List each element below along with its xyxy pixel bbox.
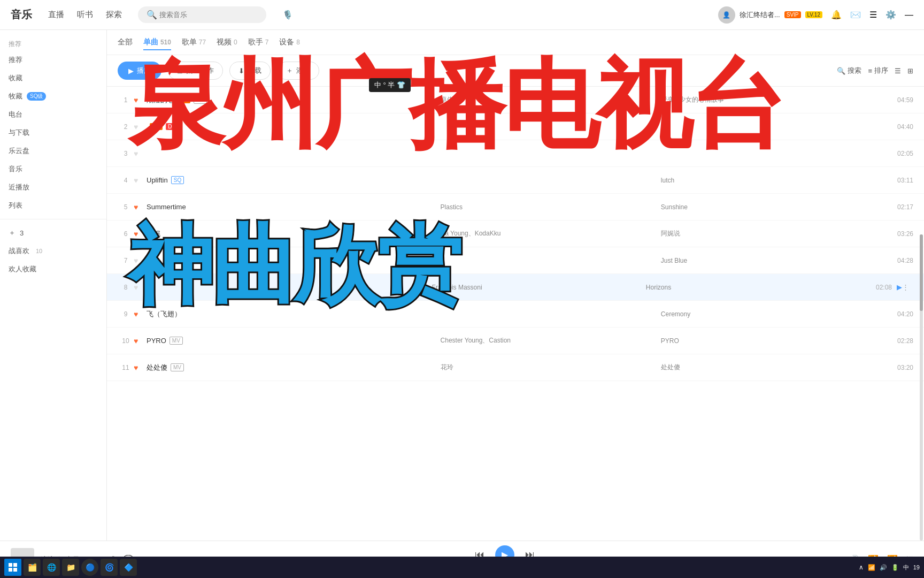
song-number: 8 xyxy=(118,284,134,291)
add-button[interactable]: ＋ 添加 xyxy=(277,62,319,80)
sidebar-item-war-likes[interactable]: 战喜欢10 xyxy=(0,242,106,260)
taskbar-lang[interactable]: 中 xyxy=(903,564,909,572)
taskbar-app-2[interactable]: 🌐 xyxy=(43,559,60,576)
subnav-artist[interactable]: 歌手 7 xyxy=(248,35,269,49)
song-number: 3 xyxy=(118,150,134,157)
sidebar-label: 欢人收藏 xyxy=(9,264,36,274)
play-action-icon[interactable]: ▶ xyxy=(897,283,902,291)
view-grid-button[interactable]: ⊞ xyxy=(907,67,913,75)
table-row[interactable]: 7 ♥ Just Blue 04:28 xyxy=(107,247,924,274)
table-row[interactable]: 6 ♥ 阿娓 Da Young、KodaKku 阿娓说 03:26 xyxy=(107,220,924,247)
like-icon[interactable]: ♥ xyxy=(134,96,147,104)
like-icon[interactable]: ♥ xyxy=(134,203,147,211)
more-icon[interactable]: ⋮ xyxy=(902,283,909,291)
table-row[interactable]: 8 ♥ François Massoni Horizons 02:08 ▶ ⋮ xyxy=(107,274,924,301)
like-icon[interactable]: ♥ xyxy=(134,337,147,345)
subnav-all[interactable]: 全部 xyxy=(118,35,133,49)
duration-cell: 02:17 xyxy=(881,203,913,211)
taskbar-app-5[interactable]: 🌀 xyxy=(101,559,118,576)
mv-tag: MV xyxy=(170,337,183,345)
subnav-single[interactable]: 单曲 510 xyxy=(143,35,171,49)
duration-cell: 03:26 xyxy=(881,230,913,238)
scrollbar[interactable] xyxy=(920,234,923,541)
like-icon[interactable]: ♥ xyxy=(134,363,147,372)
sidebar-item-recent[interactable]: 近播放 xyxy=(0,178,106,196)
view-list-button[interactable]: ☰ xyxy=(895,67,901,75)
start-button[interactable] xyxy=(4,559,21,576)
sidebar-label: 音乐 xyxy=(9,164,22,174)
duration-cell: 04:40 xyxy=(881,123,913,131)
like-icon[interactable]: ♥ xyxy=(134,149,147,158)
sidebar-item-favorites[interactable]: 收藏 xyxy=(0,69,106,87)
sidebar-item-music[interactable]: 音乐 xyxy=(0,160,106,178)
sidebar-item-recommend[interactable]: 推荐 xyxy=(0,51,106,69)
taskbar: 🗂️ 🌐 📁 🔵 🌀 🔷 ∧ 📶 🔊 🔋 中 19 xyxy=(0,557,924,578)
taskbar-app-4[interactable]: 🔵 xyxy=(81,559,98,576)
taskbar-network-icon[interactable]: 📶 xyxy=(868,564,875,571)
table-row[interactable]: 2 ♥ VIP D 04:40 xyxy=(107,113,924,140)
search-bar[interactable]: 🔍 xyxy=(138,6,266,23)
song-number: 6 xyxy=(118,230,134,238)
taskbar-battery-icon[interactable]: 🔋 xyxy=(891,564,899,571)
close-icon[interactable]: — xyxy=(905,10,913,20)
like-icon[interactable]: ♥ xyxy=(134,230,147,238)
sidebar-item-pastoral[interactable]: 牧藏SQ级 xyxy=(0,87,106,105)
table-row[interactable]: 10 ♥ PYRO MV Chester Young、Castion PYRO … xyxy=(107,328,924,354)
table-row[interactable]: 9 ♥ 飞（飞翅） Ceremony 04:20 xyxy=(107,301,924,328)
play-button[interactable]: ▶ 播放 xyxy=(118,62,161,80)
subnav-video[interactable]: 视频 0 xyxy=(217,35,237,49)
table-row[interactable]: 5 ♥ Summertime Plastics Sunshine 02:17 xyxy=(107,194,924,220)
table-row[interactable]: 1 ♥ 潮湿的心 VIP MV 卓依婷 蜕变1·少女的心情故事 04:59 xyxy=(107,87,924,113)
artist-cell: 卓依婷 xyxy=(441,95,661,104)
like-icon[interactable]: ♥ xyxy=(134,310,147,318)
taskbar-time: 19 xyxy=(913,564,920,571)
nav-audiobook[interactable]: 听书 xyxy=(77,10,93,20)
taskbar-volume-icon[interactable]: 🔊 xyxy=(880,564,887,571)
search-songs-button[interactable]: 🔍 搜索 xyxy=(837,66,861,75)
taskbar-app-6[interactable]: 🔷 xyxy=(120,559,137,576)
table-row[interactable]: 3 ♥ 02:05 xyxy=(107,140,924,167)
table-row[interactable]: 4 ♥ Upliftin SQ lutch 03:11 xyxy=(107,167,924,194)
search-input[interactable] xyxy=(159,11,258,19)
dg-tag: D xyxy=(166,123,174,130)
sidebar-label: 牧藏 xyxy=(9,92,22,101)
nav-explore[interactable]: 探索 xyxy=(106,10,122,20)
download-button[interactable]: ⬇ 下载 xyxy=(229,62,271,80)
mic-icon[interactable]: 🎙️ xyxy=(282,10,293,20)
song-number: 5 xyxy=(118,203,134,211)
like-icon[interactable]: ♥ xyxy=(134,123,147,131)
mv-tag: MV xyxy=(171,363,184,371)
batch-button[interactable]: ⊞ 批量操作 xyxy=(168,62,223,80)
sidebar-item-cloudisk[interactable]: 乐云盘 xyxy=(0,142,106,160)
settings-icon[interactable]: ⚙️ xyxy=(886,10,896,20)
taskbar-chevron-icon[interactable]: ∧ xyxy=(859,564,864,571)
sidebar-label: 电台 xyxy=(9,110,22,119)
album-cell: Sunshine xyxy=(661,203,881,211)
bell-icon[interactable]: 🔔 xyxy=(831,10,842,20)
like-icon[interactable]: ♥ xyxy=(134,176,147,185)
taskbar-app-1[interactable]: 🗂️ xyxy=(24,559,41,576)
subnav-device[interactable]: 设备 8 xyxy=(279,35,300,49)
menu-icon[interactable]: ☰ xyxy=(869,10,877,20)
like-icon[interactable]: ♥ xyxy=(134,283,147,292)
sidebar-item-add[interactable]: ＋3 xyxy=(0,224,106,242)
sidebar-item-download[interactable]: 与下载 xyxy=(0,124,106,142)
song-number: 11 xyxy=(118,364,134,371)
song-number: 1 xyxy=(118,96,134,104)
download-icon: ⬇ xyxy=(238,67,244,75)
sort-button[interactable]: ≡ 排序 xyxy=(868,66,888,75)
like-icon[interactable]: ♥ xyxy=(134,256,147,265)
vip-tag: VIP xyxy=(150,123,163,130)
artist-cell: Chester Young、Castion xyxy=(441,336,661,345)
subnav-playlist[interactable]: 歌单 77 xyxy=(182,35,206,49)
nav-right: 👤 徐汇终结者... SVIP LV.12 🔔 ✉️ ☰ ⚙️ — xyxy=(718,6,913,24)
song-title-cell: 飞（飞翅） xyxy=(147,309,441,319)
nav-live[interactable]: 直播 xyxy=(48,10,64,20)
taskbar-app-3[interactable]: 📁 xyxy=(62,559,79,576)
sidebar-item-list[interactable]: 列表 xyxy=(0,196,106,215)
sidebar-item-user-collection[interactable]: 欢人收藏 xyxy=(0,260,106,278)
mail-icon[interactable]: ✉️ xyxy=(850,10,861,20)
add-icon: ＋ xyxy=(286,66,293,75)
sidebar-item-radio[interactable]: 电台 xyxy=(0,105,106,124)
table-row[interactable]: 11 ♥ 处处傻 MV 花玲 处处傻 03:20 xyxy=(107,354,924,381)
